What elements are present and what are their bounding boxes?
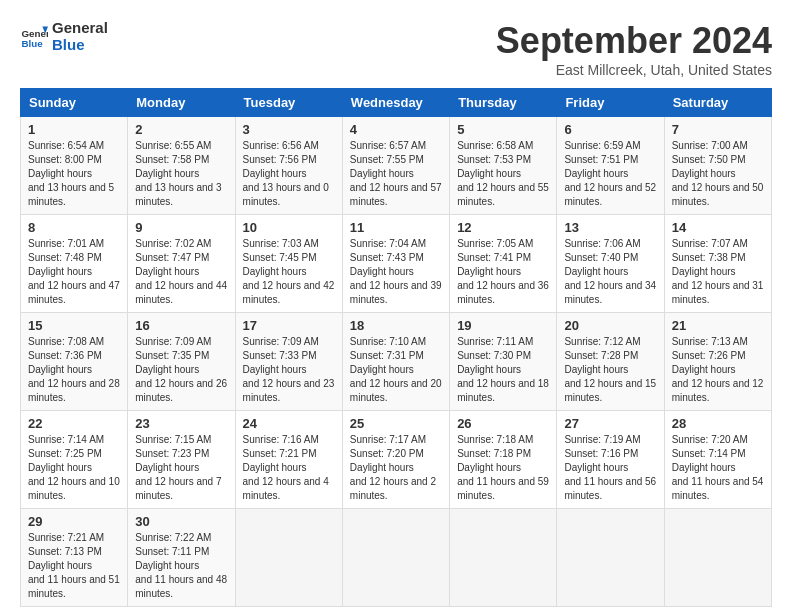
day-info: Sunrise: 7:01 AM Sunset: 7:48 PM Dayligh…	[28, 237, 120, 307]
calendar-cell	[557, 509, 664, 607]
day-info: Sunrise: 7:03 AM Sunset: 7:45 PM Dayligh…	[243, 237, 335, 307]
day-number: 6	[564, 122, 656, 137]
day-info: Sunrise: 7:00 AM Sunset: 7:50 PM Dayligh…	[672, 139, 764, 209]
day-number: 5	[457, 122, 549, 137]
day-info: Sunrise: 7:15 AM Sunset: 7:23 PM Dayligh…	[135, 433, 227, 503]
calendar-cell: 13 Sunrise: 7:06 AM Sunset: 7:40 PM Dayl…	[557, 215, 664, 313]
column-header-sunday: Sunday	[21, 89, 128, 117]
day-info: Sunrise: 6:55 AM Sunset: 7:58 PM Dayligh…	[135, 139, 227, 209]
day-info: Sunrise: 7:08 AM Sunset: 7:36 PM Dayligh…	[28, 335, 120, 405]
logo-blue-text: Blue	[52, 36, 85, 53]
calendar-cell: 4 Sunrise: 6:57 AM Sunset: 7:55 PM Dayli…	[342, 117, 449, 215]
calendar-cell: 9 Sunrise: 7:02 AM Sunset: 7:47 PM Dayli…	[128, 215, 235, 313]
column-header-thursday: Thursday	[450, 89, 557, 117]
day-info: Sunrise: 7:11 AM Sunset: 7:30 PM Dayligh…	[457, 335, 549, 405]
calendar-cell: 10 Sunrise: 7:03 AM Sunset: 7:45 PM Dayl…	[235, 215, 342, 313]
calendar-cell: 30 Sunrise: 7:22 AM Sunset: 7:11 PM Dayl…	[128, 509, 235, 607]
column-header-saturday: Saturday	[664, 89, 771, 117]
day-info: Sunrise: 6:54 AM Sunset: 8:00 PM Dayligh…	[28, 139, 120, 209]
calendar-cell: 5 Sunrise: 6:58 AM Sunset: 7:53 PM Dayli…	[450, 117, 557, 215]
day-number: 21	[672, 318, 764, 333]
day-number: 8	[28, 220, 120, 235]
day-number: 11	[350, 220, 442, 235]
day-info: Sunrise: 7:07 AM Sunset: 7:38 PM Dayligh…	[672, 237, 764, 307]
day-info: Sunrise: 7:12 AM Sunset: 7:28 PM Dayligh…	[564, 335, 656, 405]
day-number: 15	[28, 318, 120, 333]
column-header-wednesday: Wednesday	[342, 89, 449, 117]
calendar-cell: 15 Sunrise: 7:08 AM Sunset: 7:36 PM Dayl…	[21, 313, 128, 411]
calendar-cell: 3 Sunrise: 6:56 AM Sunset: 7:56 PM Dayli…	[235, 117, 342, 215]
logo: General Blue General Blue	[20, 20, 108, 53]
day-number: 3	[243, 122, 335, 137]
day-info: Sunrise: 7:10 AM Sunset: 7:31 PM Dayligh…	[350, 335, 442, 405]
day-info: Sunrise: 6:56 AM Sunset: 7:56 PM Dayligh…	[243, 139, 335, 209]
day-number: 25	[350, 416, 442, 431]
calendar-cell: 17 Sunrise: 7:09 AM Sunset: 7:33 PM Dayl…	[235, 313, 342, 411]
calendar-week-4: 22 Sunrise: 7:14 AM Sunset: 7:25 PM Dayl…	[21, 411, 772, 509]
calendar-table: SundayMondayTuesdayWednesdayThursdayFrid…	[20, 88, 772, 607]
column-header-monday: Monday	[128, 89, 235, 117]
calendar-cell: 23 Sunrise: 7:15 AM Sunset: 7:23 PM Dayl…	[128, 411, 235, 509]
day-number: 24	[243, 416, 335, 431]
day-number: 28	[672, 416, 764, 431]
calendar-cell: 14 Sunrise: 7:07 AM Sunset: 7:38 PM Dayl…	[664, 215, 771, 313]
day-number: 18	[350, 318, 442, 333]
day-info: Sunrise: 6:57 AM Sunset: 7:55 PM Dayligh…	[350, 139, 442, 209]
calendar-cell: 27 Sunrise: 7:19 AM Sunset: 7:16 PM Dayl…	[557, 411, 664, 509]
calendar-cell: 20 Sunrise: 7:12 AM Sunset: 7:28 PM Dayl…	[557, 313, 664, 411]
day-number: 26	[457, 416, 549, 431]
day-number: 22	[28, 416, 120, 431]
calendar-week-2: 8 Sunrise: 7:01 AM Sunset: 7:48 PM Dayli…	[21, 215, 772, 313]
calendar-cell: 2 Sunrise: 6:55 AM Sunset: 7:58 PM Dayli…	[128, 117, 235, 215]
day-info: Sunrise: 7:18 AM Sunset: 7:18 PM Dayligh…	[457, 433, 549, 503]
calendar-header-row: SundayMondayTuesdayWednesdayThursdayFrid…	[21, 89, 772, 117]
calendar-cell: 8 Sunrise: 7:01 AM Sunset: 7:48 PM Dayli…	[21, 215, 128, 313]
day-number: 9	[135, 220, 227, 235]
day-info: Sunrise: 7:05 AM Sunset: 7:41 PM Dayligh…	[457, 237, 549, 307]
day-info: Sunrise: 7:09 AM Sunset: 7:35 PM Dayligh…	[135, 335, 227, 405]
calendar-cell: 18 Sunrise: 7:10 AM Sunset: 7:31 PM Dayl…	[342, 313, 449, 411]
column-header-friday: Friday	[557, 89, 664, 117]
day-info: Sunrise: 7:21 AM Sunset: 7:13 PM Dayligh…	[28, 531, 120, 601]
day-number: 13	[564, 220, 656, 235]
calendar-cell: 29 Sunrise: 7:21 AM Sunset: 7:13 PM Dayl…	[21, 509, 128, 607]
column-header-tuesday: Tuesday	[235, 89, 342, 117]
day-number: 16	[135, 318, 227, 333]
calendar-cell: 24 Sunrise: 7:16 AM Sunset: 7:21 PM Dayl…	[235, 411, 342, 509]
calendar-cell: 1 Sunrise: 6:54 AM Sunset: 8:00 PM Dayli…	[21, 117, 128, 215]
day-number: 1	[28, 122, 120, 137]
day-info: Sunrise: 6:59 AM Sunset: 7:51 PM Dayligh…	[564, 139, 656, 209]
calendar-cell: 22 Sunrise: 7:14 AM Sunset: 7:25 PM Dayl…	[21, 411, 128, 509]
day-number: 2	[135, 122, 227, 137]
day-info: Sunrise: 7:19 AM Sunset: 7:16 PM Dayligh…	[564, 433, 656, 503]
day-number: 30	[135, 514, 227, 529]
day-number: 7	[672, 122, 764, 137]
calendar-cell	[664, 509, 771, 607]
day-info: Sunrise: 7:09 AM Sunset: 7:33 PM Dayligh…	[243, 335, 335, 405]
day-info: Sunrise: 7:17 AM Sunset: 7:20 PM Dayligh…	[350, 433, 442, 503]
day-info: Sunrise: 7:22 AM Sunset: 7:11 PM Dayligh…	[135, 531, 227, 601]
day-number: 19	[457, 318, 549, 333]
calendar-cell: 6 Sunrise: 6:59 AM Sunset: 7:51 PM Dayli…	[557, 117, 664, 215]
day-number: 29	[28, 514, 120, 529]
calendar-cell: 19 Sunrise: 7:11 AM Sunset: 7:30 PM Dayl…	[450, 313, 557, 411]
day-info: Sunrise: 7:14 AM Sunset: 7:25 PM Dayligh…	[28, 433, 120, 503]
day-number: 27	[564, 416, 656, 431]
svg-text:Blue: Blue	[21, 37, 43, 48]
day-number: 23	[135, 416, 227, 431]
calendar-cell	[342, 509, 449, 607]
day-info: Sunrise: 7:04 AM Sunset: 7:43 PM Dayligh…	[350, 237, 442, 307]
day-number: 4	[350, 122, 442, 137]
calendar-week-5: 29 Sunrise: 7:21 AM Sunset: 7:13 PM Dayl…	[21, 509, 772, 607]
month-title: September 2024	[496, 20, 772, 62]
day-info: Sunrise: 7:16 AM Sunset: 7:21 PM Dayligh…	[243, 433, 335, 503]
calendar-cell: 21 Sunrise: 7:13 AM Sunset: 7:26 PM Dayl…	[664, 313, 771, 411]
calendar-week-3: 15 Sunrise: 7:08 AM Sunset: 7:36 PM Dayl…	[21, 313, 772, 411]
calendar-cell: 7 Sunrise: 7:00 AM Sunset: 7:50 PM Dayli…	[664, 117, 771, 215]
calendar-cell: 11 Sunrise: 7:04 AM Sunset: 7:43 PM Dayl…	[342, 215, 449, 313]
page-header: General Blue General Blue September 2024…	[20, 20, 772, 78]
calendar-cell: 16 Sunrise: 7:09 AM Sunset: 7:35 PM Dayl…	[128, 313, 235, 411]
calendar-cell	[235, 509, 342, 607]
logo-general-text: General	[52, 19, 108, 36]
calendar-cell: 26 Sunrise: 7:18 AM Sunset: 7:18 PM Dayl…	[450, 411, 557, 509]
